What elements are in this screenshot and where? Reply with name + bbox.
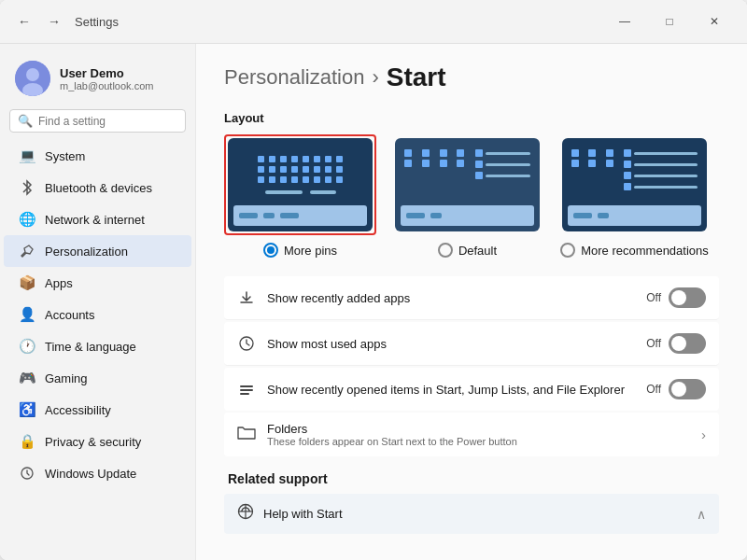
most-used-label: Show most used apps: [267, 337, 387, 351]
recently-opened-status: Off: [646, 383, 661, 396]
toggle-thumb: [671, 290, 686, 305]
sidebar-item-accessibility[interactable]: ♿ Accessibility: [4, 394, 191, 426]
sidebar-item-personalization[interactable]: Personalization: [4, 235, 191, 267]
more-recs-label: More recommendations: [581, 244, 709, 258]
more-recs-radio[interactable]: [560, 243, 575, 258]
more-pins-radio-label: More pins: [263, 243, 337, 258]
folder-title: Folders: [267, 422, 517, 436]
recently-added-toggle[interactable]: [669, 287, 706, 308]
setting-left: Show recently added apps: [237, 288, 410, 307]
dot: [314, 166, 320, 173]
settings-list: Show recently added apps Off: [224, 276, 719, 413]
sidebar-item-privacy[interactable]: 🔒 Privacy & security: [4, 426, 191, 457]
sidebar-item-label: Windows Update: [45, 467, 136, 481]
default-preview-wrapper: [391, 134, 543, 235]
setting-left: Show recently opened items in Start, Jum…: [237, 380, 625, 399]
sidebar-item-label: Network & internet: [45, 213, 145, 227]
avatar: [15, 61, 50, 96]
default-radio[interactable]: [438, 243, 453, 258]
help-row[interactable]: Help with Start ∧: [224, 494, 719, 534]
search-box[interactable]: 🔍: [9, 109, 186, 133]
taskbar-item: [239, 213, 258, 218]
svg-rect-5: [240, 389, 253, 391]
more-recs-preview: [562, 138, 707, 231]
minimize-button[interactable]: —: [603, 7, 646, 35]
right-panel: Personalization › Start Layout: [196, 44, 747, 560]
dot: [303, 176, 309, 183]
setting-right: Off: [646, 379, 706, 399]
sidebar-item-label: Accounts: [45, 308, 94, 322]
setting-row-most-used: Show most used apps Off: [224, 322, 719, 366]
recently-added-icon: [237, 288, 256, 307]
dot: [291, 176, 298, 183]
sidebar-item-label: Personalization: [45, 245, 128, 259]
layout-option-default[interactable]: Default: [391, 134, 543, 258]
sidebar-item-apps[interactable]: 📦 Apps: [4, 267, 191, 299]
most-used-toggle[interactable]: [669, 333, 706, 354]
preview-taskbar: [401, 205, 534, 226]
dot: [258, 166, 264, 173]
folder-info: Folders These folders appear on Start ne…: [267, 422, 517, 447]
dot: [280, 176, 287, 183]
svg-rect-4: [240, 385, 253, 387]
folder-desc: These folders appear on Start next to th…: [267, 436, 517, 447]
help-label: Help with Start: [263, 507, 343, 521]
window-controls: — □ ✕: [603, 7, 736, 35]
dot: [258, 176, 264, 183]
toggle-thumb: [671, 336, 686, 351]
dot: [280, 166, 287, 173]
sidebar-item-update[interactable]: Windows Update: [4, 457, 191, 489]
sidebar-item-time[interactable]: 🕐 Time & language: [4, 330, 191, 362]
folders-row[interactable]: Folders These folders appear on Start ne…: [224, 413, 719, 456]
sidebar-item-system[interactable]: 💻 System: [4, 140, 191, 172]
title-bar: ← → Settings — □ ✕: [0, 0, 747, 44]
more-pins-preview-wrapper: [224, 134, 376, 235]
more-pins-label: More pins: [284, 244, 337, 258]
title-bar-left: ← → Settings: [11, 8, 119, 35]
recently-opened-toggle[interactable]: [669, 379, 706, 399]
more-recs-radio-label: More recommendations: [560, 243, 709, 258]
settings-window: ← → Settings — □ ✕ User: [0, 0, 747, 560]
more-pins-radio[interactable]: [263, 243, 278, 258]
breadcrumb-separator: ›: [372, 65, 378, 90]
user-info: User Demo m_lab@outlook.com: [60, 66, 153, 91]
maximize-button[interactable]: □: [648, 7, 691, 35]
breadcrumb-parent[interactable]: Personalization: [224, 65, 364, 90]
svg-rect-6: [240, 393, 249, 395]
setting-right: Off: [646, 333, 706, 354]
default-label: Default: [458, 244, 497, 258]
related-support: Related support Help with S: [224, 471, 719, 534]
sidebar-item-accounts[interactable]: 👤 Accounts: [4, 299, 191, 330]
gaming-icon: 🎮: [19, 370, 35, 386]
dot: [303, 166, 309, 173]
back-button[interactable]: ←: [11, 8, 37, 35]
layout-option-more-pins[interactable]: More pins: [224, 134, 376, 258]
sidebar-item-label: System: [45, 149, 85, 163]
system-icon: 💻: [19, 147, 35, 164]
sidebar-item-gaming[interactable]: 🎮 Gaming: [4, 362, 191, 394]
most-used-status: Off: [646, 337, 661, 350]
svg-point-1: [26, 68, 39, 81]
forward-button[interactable]: →: [41, 8, 67, 35]
default-radio-label: Default: [438, 243, 497, 258]
help-chevron-icon: ∧: [697, 507, 706, 522]
dot: [280, 156, 287, 162]
network-icon: 🌐: [19, 211, 35, 228]
sidebar: User Demo m_lab@outlook.com 🔍 💻 System B…: [0, 44, 196, 560]
taskbar-item: [598, 213, 609, 218]
taskbar-item: [573, 213, 592, 218]
apps-icon: 📦: [19, 274, 35, 291]
nav-buttons: ← →: [11, 8, 67, 35]
help-icon: [237, 503, 254, 525]
layout-option-more-recs[interactable]: More recommendations: [558, 134, 711, 258]
dot: [314, 156, 320, 162]
dot: [269, 176, 275, 183]
most-used-icon: [237, 334, 256, 353]
sidebar-item-network[interactable]: 🌐 Network & internet: [4, 203, 191, 235]
close-button[interactable]: ✕: [693, 7, 736, 35]
sidebar-item-bluetooth[interactable]: Bluetooth & devices: [4, 172, 191, 203]
dot: [325, 176, 331, 183]
folder-icon: [237, 424, 256, 445]
search-input[interactable]: [38, 115, 177, 128]
layout-section: Layout: [224, 111, 719, 258]
